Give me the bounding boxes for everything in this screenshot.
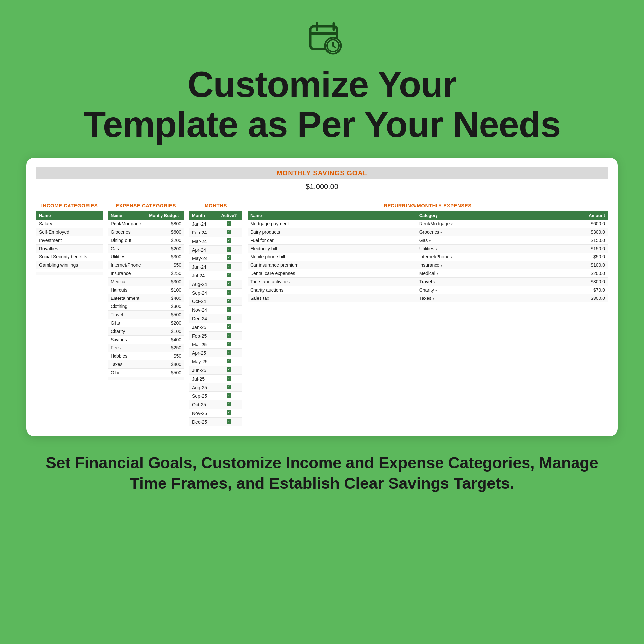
expense-budget-cell: $300 xyxy=(146,253,184,261)
checkbox-checked-icon xyxy=(227,247,231,252)
expense-name-cell: Gifts xyxy=(108,319,146,327)
month-row: Sep-25 xyxy=(189,392,242,400)
recurring-category-cell: Medical ▾ xyxy=(417,269,540,278)
recurring-amount-cell: $50.0 xyxy=(539,253,608,261)
checkbox-checked-icon xyxy=(227,376,231,381)
month-active-cell xyxy=(216,271,242,280)
month-row: Sep-24 xyxy=(189,289,242,297)
month-name-cell: Apr-25 xyxy=(189,349,216,357)
recurring-table: Name Category Amount Mortgage paymentRen… xyxy=(248,211,608,302)
spreadsheet-container: MONTHLY SAVINGS GOAL $1,000.00 INCOME CA… xyxy=(26,158,618,436)
expense-row: Gas$200 xyxy=(108,245,184,253)
logo-icon xyxy=(300,20,344,64)
month-name-cell: May-25 xyxy=(189,357,216,366)
month-name-cell: Feb-25 xyxy=(189,332,216,340)
dropdown-arrow-icon: ▾ xyxy=(451,222,453,226)
month-name-cell: Nov-25 xyxy=(189,409,216,418)
month-row: Jan-25 xyxy=(189,323,242,332)
expense-name-cell: Charity xyxy=(108,327,146,336)
expense-row xyxy=(108,377,184,380)
month-name-cell: Oct-25 xyxy=(189,400,216,409)
dropdown-arrow-icon: ▾ xyxy=(440,231,442,234)
checkbox-checked-icon xyxy=(227,359,231,363)
months-col-active: Active? xyxy=(216,211,242,220)
income-table: Name SalarySelf-EmployedInvestmentRoyalt… xyxy=(36,211,103,275)
month-row: May-24 xyxy=(189,254,242,263)
month-row: Jul-25 xyxy=(189,375,242,383)
expense-budget-cell: $400 xyxy=(146,294,184,302)
expense-row: Fees$250 xyxy=(108,344,184,352)
month-active-cell xyxy=(216,418,242,426)
expense-name-cell: Other xyxy=(108,369,146,377)
expense-budget-cell: $100 xyxy=(146,286,184,294)
recurring-row: Electricity billUtilities ▾$150.0 xyxy=(248,245,608,253)
checkbox-checked-icon xyxy=(227,342,231,346)
income-name-cell: Gambling winnings xyxy=(36,261,103,269)
month-name-cell: Nov-24 xyxy=(189,306,216,314)
expense-section: EXPENSE CATEGORIES Name Montly Budget Re… xyxy=(108,201,184,380)
expense-budget-cell: $500 xyxy=(146,311,184,319)
recurring-category-cell: Insurance ▾ xyxy=(417,261,540,269)
income-row: Investment xyxy=(36,236,103,245)
expense-budget-cell: $800 xyxy=(146,220,184,228)
month-active-cell xyxy=(216,323,242,332)
header-area: Customize Your Template as Per Your Need… xyxy=(26,20,618,144)
recurring-category-cell: Groceries ▾ xyxy=(417,228,540,236)
month-active-cell xyxy=(216,383,242,392)
month-name-cell: Dec-24 xyxy=(189,314,216,323)
month-row: Jan-24 xyxy=(189,220,242,228)
expense-budget-cell: $250 xyxy=(146,344,184,352)
expense-name-cell: Travel xyxy=(108,311,146,319)
checkbox-checked-icon xyxy=(227,307,231,312)
recurring-amount-cell: $300.0 xyxy=(539,278,608,286)
expense-name-cell: Savings xyxy=(108,336,146,344)
income-name-cell: Social Security benefits xyxy=(36,253,103,261)
month-row: Aug-24 xyxy=(189,280,242,289)
expense-budget-cell: $200 xyxy=(146,236,184,245)
income-name-cell: Self-Employed xyxy=(36,228,103,236)
month-row: Feb-25 xyxy=(189,332,242,340)
month-row: Mar-24 xyxy=(189,237,242,246)
month-active-cell xyxy=(216,237,242,246)
month-name-cell: Jun-25 xyxy=(189,366,216,375)
month-name-cell: Aug-24 xyxy=(189,280,216,289)
recurring-amount-cell: $70.0 xyxy=(539,286,608,294)
month-active-cell xyxy=(216,400,242,409)
expense-budget-cell: $400 xyxy=(146,336,184,344)
recurring-row: Mortgage paymentRent/Mortgage ▾$600.0 xyxy=(248,220,608,228)
month-active-cell xyxy=(216,375,242,383)
checkbox-checked-icon xyxy=(227,333,231,338)
expense-budget-cell: $200 xyxy=(146,319,184,327)
income-name-cell xyxy=(36,272,103,275)
expense-name-cell: Gas xyxy=(108,245,146,253)
recurring-row: Dairy productsGroceries ▾$300.0 xyxy=(248,228,608,236)
month-name-cell: May-24 xyxy=(189,254,216,263)
income-row: Social Security benefits xyxy=(36,253,103,261)
checkbox-checked-icon xyxy=(227,221,231,226)
checkbox-checked-icon xyxy=(227,230,231,234)
expense-name-cell xyxy=(108,377,146,380)
recurring-col-amount: Amount xyxy=(539,211,608,220)
recurring-row: Sales taxTaxes ▾$300.0 xyxy=(248,294,608,302)
recurring-category-cell: Rent/Mortgage ▾ xyxy=(417,220,540,228)
expense-row: Charity$100 xyxy=(108,327,184,336)
expense-name-cell: Internet/Phone xyxy=(108,261,146,269)
months-section: MONTHS Month Active? Jan-24Feb-24Mar-24A… xyxy=(189,201,242,426)
month-row: Jun-24 xyxy=(189,263,242,271)
expense-budget-cell: $50 xyxy=(146,352,184,360)
svg-point-8 xyxy=(332,45,334,47)
recurring-name-cell: Mobile phone bill xyxy=(248,253,417,261)
expense-row: Insurance$250 xyxy=(108,269,184,278)
main-title: Customize Your Template as Per Your Need… xyxy=(83,64,560,144)
recurring-section-header: RECURRING/MONTHLY EXPENSES xyxy=(248,201,608,209)
income-name-cell: Salary xyxy=(36,220,103,228)
recurring-row: Mobile phone billInternet/Phone ▾$50.0 xyxy=(248,253,608,261)
expense-row: Gifts$200 xyxy=(108,319,184,327)
expense-row: Groceries$600 xyxy=(108,228,184,236)
month-name-cell: Mar-24 xyxy=(189,237,216,246)
checkbox-checked-icon xyxy=(227,393,231,398)
expense-name-cell: Taxes xyxy=(108,360,146,369)
income-section-header: INCOME CATEGORIES xyxy=(36,201,103,209)
month-name-cell: Aug-25 xyxy=(189,383,216,392)
dropdown-arrow-icon: ▾ xyxy=(433,280,435,284)
